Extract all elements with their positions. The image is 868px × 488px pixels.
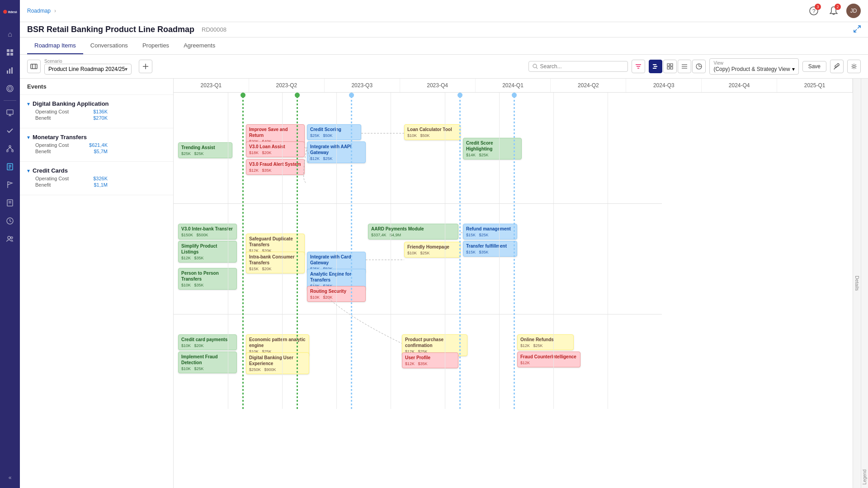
sidebar-icon-home[interactable]: ⌂ bbox=[2, 26, 18, 42]
notifications-badge: 2 bbox=[835, 4, 841, 10]
svg-line-19 bbox=[10, 147, 13, 150]
view-gantt-btn[interactable] bbox=[649, 60, 662, 73]
tabs-bar: Roadmap Items Conversations Properties A… bbox=[20, 38, 868, 55]
view-grid-btn[interactable] bbox=[663, 60, 677, 73]
monetary-transfers-toggle[interactable]: ▾ bbox=[27, 134, 30, 141]
digital-banking-toggle[interactable]: ▾ bbox=[27, 101, 30, 107]
details-panel[interactable]: Details bbox=[853, 79, 861, 488]
view-dropdown-arrow: ▾ bbox=[792, 66, 795, 72]
legend-label: Legend bbox=[862, 469, 867, 484]
card-transfer-fulfillment[interactable]: Transfer fulfillment $15K $35K bbox=[463, 241, 517, 257]
tab-conversations[interactable]: Conversations bbox=[83, 38, 135, 54]
page-id: RD00008 bbox=[202, 26, 226, 33]
digital-banking-benefit: Benefit $270K bbox=[35, 115, 108, 121]
card-trending-assist[interactable]: Trending Assist $25K $25K bbox=[178, 142, 232, 158]
credit-cards-meta: Operating Cost $326K Benefit $1,1M bbox=[35, 176, 166, 188]
digital-banking-opex: Operating Cost $136K bbox=[35, 109, 108, 114]
card-online-refunds[interactable]: Online Refunds $12K $25K bbox=[517, 334, 574, 350]
sidebar-icon-flag[interactable] bbox=[2, 177, 18, 193]
monetary-transfers-meta: Operating Cost $621,4K Benefit $5,7M bbox=[35, 142, 166, 154]
sidebar-icon-chart[interactable] bbox=[2, 62, 18, 79]
svg-rect-6 bbox=[7, 70, 8, 74]
card-friendly-homepage[interactable]: Friendly Homepage $10K $25K bbox=[404, 242, 461, 258]
scenario-select[interactable]: Product Line Roadmap 2024/25 ▾ bbox=[44, 64, 132, 75]
credit-cards-benefit: Benefit $1,1M bbox=[35, 182, 108, 188]
quarter-2023-Q3: 2023-Q3 bbox=[325, 79, 400, 92]
svg-rect-5 bbox=[10, 53, 13, 56]
sidebar-icon-network[interactable] bbox=[2, 141, 18, 157]
link-button[interactable] bbox=[830, 60, 844, 73]
events-header: Events bbox=[20, 79, 173, 95]
timeline-body: Trending Assist $25K $25K Improve Save a… bbox=[174, 93, 662, 409]
svg-rect-48 bbox=[667, 64, 670, 66]
view-btn-group bbox=[649, 60, 706, 73]
card-v30-loan-assist[interactable]: V3.0 Loan Assist $18K $20K bbox=[246, 141, 305, 157]
monetary-transfers-opex-value: $621,4K bbox=[89, 142, 108, 148]
card-user-profile[interactable]: User Profile $12K $35K bbox=[402, 352, 458, 368]
tab-agreements[interactable]: Agreements bbox=[176, 38, 222, 54]
add-scenario-btn[interactable] bbox=[139, 60, 152, 73]
credit-cards-header: ▾ Credit Cards bbox=[27, 167, 166, 174]
quarter-2023-Q4: 2023-Q4 bbox=[400, 79, 476, 92]
scenario-icon-btn[interactable] bbox=[27, 60, 41, 73]
svg-text:itdesign: itdesign bbox=[8, 10, 17, 14]
sidebar-expand-btn[interactable]: « bbox=[5, 471, 15, 484]
sidebar: itdesign ⌂ bbox=[0, 0, 20, 488]
view-label: View bbox=[713, 61, 794, 66]
card-loan-calculator[interactable]: Loan Calculator Tool $10K $50K bbox=[404, 124, 461, 140]
card-refund-management[interactable]: Refund management $15K $25K bbox=[463, 224, 517, 239]
breadcrumb-separator: › bbox=[54, 8, 56, 14]
view-list-btn[interactable] bbox=[678, 60, 691, 73]
view-pie-btn[interactable] bbox=[692, 60, 706, 73]
category-credit-cards: ▾ Credit Cards Operating Cost $326K Bene… bbox=[20, 162, 173, 195]
svg-rect-50 bbox=[667, 67, 670, 69]
svg-point-0 bbox=[3, 10, 7, 14]
svg-point-15 bbox=[9, 145, 11, 147]
breadcrumb-parent[interactable]: Roadmap bbox=[27, 8, 51, 14]
digital-banking-opex-value: $136K bbox=[93, 109, 108, 114]
search-input[interactable] bbox=[540, 63, 624, 70]
quarter-2024-Q1: 2024-Q1 bbox=[476, 79, 551, 92]
category-monetary-transfers: ▾ Monetary Transfers Operating Cost $621… bbox=[20, 128, 173, 162]
sidebar-icon-grid[interactable] bbox=[2, 44, 18, 61]
card-fraud-counterintelligence[interactable]: Fraud CounterIntelligence $12K bbox=[517, 352, 580, 367]
settings-button[interactable] bbox=[847, 60, 861, 73]
credit-cards-benefit-value: $1,1M bbox=[94, 182, 108, 188]
save-button[interactable]: Save bbox=[802, 61, 826, 72]
sidebar-icon-clock[interactable] bbox=[2, 213, 18, 229]
notifications-button[interactable]: 2 bbox=[826, 4, 841, 18]
sidebar-icon-book[interactable] bbox=[2, 159, 18, 175]
tab-roadmap-items[interactable]: Roadmap Items bbox=[27, 38, 83, 54]
sidebar-icon-notes[interactable] bbox=[2, 195, 18, 211]
card-credit-score-highlighting[interactable]: Credit Score Highlighting $14K $25K bbox=[463, 138, 522, 160]
svg-line-33 bbox=[858, 26, 860, 28]
sidebar-icon-monitor[interactable] bbox=[2, 104, 18, 121]
svg-rect-46 bbox=[654, 66, 657, 67]
quarter-2023-Q1: 2023-Q1 bbox=[174, 79, 249, 92]
fullscreen-button[interactable] bbox=[854, 25, 861, 34]
page-title: BSR Retail Banking Product Line Roadmap bbox=[27, 25, 194, 34]
credit-cards-toggle[interactable]: ▾ bbox=[27, 168, 30, 174]
details-label: Details bbox=[854, 276, 860, 291]
svg-rect-12 bbox=[7, 110, 13, 114]
quarter-2025-Q1: 2025-Q1 bbox=[777, 79, 853, 92]
card-intrabank-consumer[interactable]: Intra-bank Consumer Transfers $15K $20K bbox=[246, 252, 305, 273]
scenario-value: Product Line Roadmap 2024/25 bbox=[48, 66, 125, 72]
filter-button[interactable] bbox=[632, 60, 645, 73]
card-credit-scoring[interactable]: Credit Scoring $25K $50K bbox=[307, 124, 361, 140]
user-avatar[interactable]: JD bbox=[846, 4, 861, 18]
card-digital-banking-ux[interactable]: Digital Banking User Experience $250K $9… bbox=[246, 352, 309, 374]
credit-cards-opex-value: $326K bbox=[93, 176, 108, 181]
monetary-transfers-opex-label: Operating Cost bbox=[35, 142, 69, 148]
svg-point-16 bbox=[6, 150, 8, 152]
tab-properties[interactable]: Properties bbox=[135, 38, 176, 54]
sidebar-icon-check[interactable] bbox=[2, 122, 18, 139]
search-box[interactable] bbox=[528, 61, 628, 72]
svg-point-29 bbox=[8, 236, 10, 239]
sidebar-icon-target[interactable] bbox=[2, 80, 18, 97]
card-v30-fraud-alert[interactable]: V3.0 Fraud Alert System $12K $35K bbox=[246, 159, 305, 175]
help-button[interactable]: ? 3 bbox=[807, 4, 821, 18]
sidebar-icon-users[interactable] bbox=[2, 231, 18, 247]
digital-banking-header: ▾ Digital Banking Application bbox=[27, 100, 166, 107]
svg-line-18 bbox=[7, 147, 10, 150]
